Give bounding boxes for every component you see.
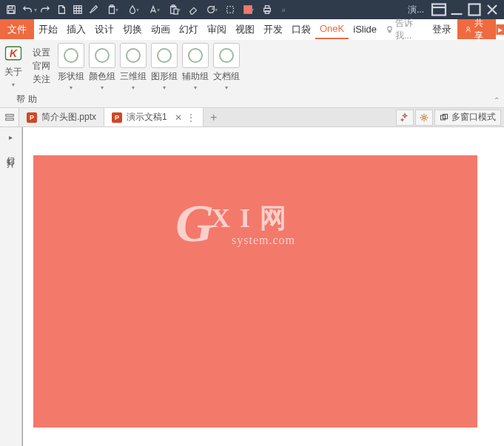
website-link[interactable]: 官网: [33, 59, 50, 72]
svg-point-15: [388, 26, 392, 30]
menu-tab-onek[interactable]: OneK: [315, 19, 349, 39]
font-dropdown[interactable]: ▾: [144, 4, 164, 15]
app-logo-icon: K: [3, 43, 24, 64]
color-swatch-dropdown[interactable]: ▾: [238, 5, 259, 14]
new-doc-button[interactable]: [53, 1, 70, 18]
svg-rect-2: [9, 10, 14, 13]
doc-tab-2[interactable]: P 演示文稿1 ✕ ⋮: [104, 108, 204, 126]
shape-gallery: [55, 40, 243, 68]
shape-preset-1[interactable]: [58, 43, 84, 68]
group-shapes[interactable]: 形状组▾: [58, 71, 84, 93]
person-icon: [465, 25, 471, 34]
grid-button[interactable]: [70, 1, 86, 18]
bulb-icon: [386, 24, 394, 35]
settings-button[interactable]: [415, 109, 433, 126]
minimize-button[interactable]: [448, 1, 466, 18]
svg-rect-11: [265, 6, 269, 9]
close-button[interactable]: [483, 1, 501, 18]
menu-tab-pocket[interactable]: 口袋: [287, 19, 315, 39]
shape-preset-6[interactable]: [213, 43, 240, 68]
eraser-button[interactable]: [185, 1, 201, 18]
follow-link[interactable]: 关注: [33, 72, 50, 86]
help-label: 帮助: [16, 93, 40, 106]
tab-list-button[interactable]: [0, 108, 19, 126]
menu-tab-insert[interactable]: 插入: [62, 19, 90, 39]
menu-tab-slideshow[interactable]: 幻灯: [175, 19, 203, 39]
doc-tab-1-name: 简介头图.pptx: [41, 111, 96, 124]
menu-tab-transition[interactable]: 切换: [118, 19, 147, 39]
menu-tab-design[interactable]: 设计: [90, 19, 118, 39]
select-button[interactable]: [222, 1, 238, 18]
share-dropdown[interactable]: ▸: [496, 24, 504, 35]
workspace: ▸ 幻灯片 G X I 网 system.com: [0, 127, 504, 446]
group-assist[interactable]: 辅助组▾: [182, 71, 209, 93]
ribbon: K 关于 ▾ 设置 官网 关注 形状组▾ 颜色组▾ 三维组▾ 图形组▾ 辅助组▾: [0, 40, 504, 108]
ribbon-toggle-button[interactable]: [430, 1, 448, 18]
expand-panel-icon[interactable]: ▸: [9, 133, 13, 141]
more-tools-icon[interactable]: »: [275, 1, 292, 18]
redo-button[interactable]: [37, 1, 53, 18]
doc-tab-2-name: 演示文稿1: [127, 111, 167, 124]
svg-rect-1: [9, 6, 13, 9]
maximize-button[interactable]: [466, 1, 483, 18]
refresh-dropdown[interactable]: ▾: [201, 4, 222, 15]
about-caret-icon: ▾: [12, 78, 15, 92]
shape-preset-3[interactable]: [120, 43, 147, 68]
tellme-search[interactable]: 告诉我...: [381, 17, 426, 42]
group-colors[interactable]: 颜色组▾: [89, 71, 115, 93]
tab-menu-icon[interactable]: ⋮: [187, 112, 195, 123]
svg-rect-20: [5, 118, 13, 120]
login-button[interactable]: 登录: [426, 23, 457, 36]
undo-button[interactable]: [19, 1, 36, 18]
shape-preset-2[interactable]: [89, 43, 115, 68]
menu-tab-animation[interactable]: 动画: [147, 19, 175, 39]
highlighter-button[interactable]: [86, 1, 102, 18]
menu-tab-review[interactable]: 审阅: [203, 19, 231, 39]
window-title: 演...: [402, 4, 430, 16]
svg-rect-9: [227, 7, 234, 13]
menu-tab-islide[interactable]: iSlide: [349, 19, 381, 39]
group-graphics[interactable]: 图形组▾: [151, 71, 178, 93]
document-tabs: P 简介头图.pptx P 演示文稿1 ✕ ⋮ + 多窗口模式: [0, 108, 504, 127]
group-document[interactable]: 文档组▾: [213, 71, 240, 93]
paint-dropdown[interactable]: ▾: [123, 4, 144, 15]
windows-icon: [440, 113, 448, 122]
close-tab-icon[interactable]: ✕: [175, 112, 182, 123]
menu-tab-start[interactable]: 开始: [34, 19, 62, 39]
watermark-brand: X I 网: [211, 200, 295, 237]
share-button[interactable]: 共享: [457, 19, 496, 39]
menu-file[interactable]: 文件: [0, 19, 34, 39]
multiwindow-button[interactable]: 多窗口模式: [434, 109, 501, 126]
svg-rect-14: [469, 4, 480, 16]
settings-link[interactable]: 设置: [33, 46, 50, 59]
svg-rect-12: [265, 11, 269, 14]
svg-rect-13: [432, 4, 446, 16]
new-tab-button[interactable]: +: [204, 108, 224, 126]
paste-dropdown[interactable]: ▾: [164, 4, 185, 15]
magic-button[interactable]: [396, 109, 414, 126]
save-button[interactable]: [3, 1, 19, 18]
group-labels: 形状组▾ 颜色组▾ 三维组▾ 图形组▾ 辅助组▾ 文档组▾: [55, 68, 243, 93]
about-label[interactable]: 关于: [4, 65, 22, 78]
menu-bar: 文件 开始 插入 设计 切换 动画 幻灯 审阅 视图 开发 口袋 OneK iS…: [0, 19, 504, 40]
watermark: G X I 网 system.com: [175, 197, 295, 250]
shape-preset-4[interactable]: [151, 43, 178, 68]
title-bar: ▾ ▾ ▾ ▾ ▾ ▾ ▾ » 演...: [0, 0, 504, 19]
svg-text:K: K: [10, 47, 18, 59]
powerpoint-icon: P: [27, 112, 37, 123]
print-button[interactable]: [259, 1, 275, 18]
canvas-area[interactable]: G X I 网 system.com: [22, 127, 504, 446]
svg-rect-3: [74, 6, 82, 14]
svg-point-21: [423, 116, 426, 119]
menu-tab-view[interactable]: 视图: [231, 19, 259, 39]
group-3d[interactable]: 三维组▾: [120, 71, 147, 93]
slide[interactable]: G X I 网 system.com: [33, 155, 477, 428]
doc-tab-1[interactable]: P 简介头图.pptx: [19, 108, 104, 126]
menu-tab-develop[interactable]: 开发: [259, 19, 287, 39]
svg-rect-19: [5, 114, 13, 116]
slide-panel: ▸ 幻灯片: [0, 127, 22, 446]
shape-preset-5[interactable]: [182, 43, 209, 68]
multiwindow-label: 多窗口模式: [451, 111, 496, 124]
ribbon-collapse-icon[interactable]: ⌃: [494, 96, 500, 104]
clipboard-dropdown[interactable]: ▾: [102, 4, 123, 15]
